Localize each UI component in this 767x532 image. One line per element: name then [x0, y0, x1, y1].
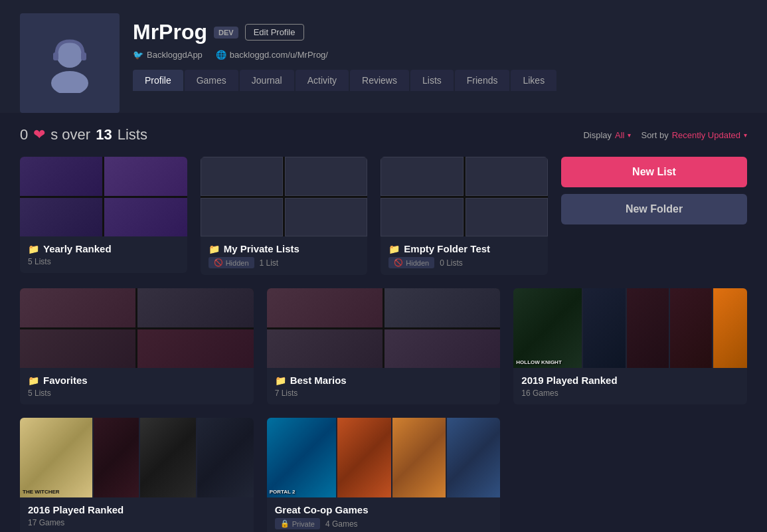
badge-row-empty: 🚫 Hidden 0 Lists	[388, 257, 540, 268]
edit-profile-button[interactable]: Edit Profile	[245, 24, 304, 41]
sort-chevron-icon[interactable]: ▾	[744, 132, 747, 139]
hidden-label-empty: Hidden	[406, 259, 429, 267]
globe-icon: 🌐	[216, 50, 226, 60]
tab-journal[interactable]: Journal	[240, 70, 294, 91]
card-yearly-ranked[interactable]: 📁 Yearly Ranked 5 Lists	[20, 157, 187, 273]
card-images-2016: THE WITCHER	[20, 418, 254, 497]
fav-thumb-4	[137, 329, 253, 369]
card-coop[interactable]: PORTAL 2 Great Co-op Games 🔒 Private	[267, 418, 501, 532]
tab-activity[interactable]: Activity	[296, 70, 349, 91]
likes-label: s over	[50, 126, 90, 143]
card-images-coop: PORTAL 2	[267, 418, 501, 497]
card-subtitle-yearly: 5 Lists	[28, 257, 179, 266]
card-images-2019: HOLLOW KNIGHT	[513, 288, 747, 368]
card-empty-folder[interactable]: 📁 Empty Folder Test 🚫 Hidden 0 Lists	[381, 157, 548, 275]
badge-row-private: 🚫 Hidden 1 List	[209, 257, 360, 268]
display-value[interactable]: All	[615, 130, 624, 140]
main-content: 0 ❤ s over 13 Lists Display All ▾ Sort b…	[0, 113, 767, 532]
new-list-button[interactable]: New List	[561, 157, 747, 187]
mario-thumb-2	[384, 288, 500, 327]
twitter-handle: BackloggdApp	[147, 50, 203, 60]
folder-icon: 📁	[28, 244, 39, 254]
website-link[interactable]: 🌐 backloggd.com/u/MrProg/	[216, 50, 328, 60]
card-subtitle-2016: 17 Games	[28, 518, 246, 527]
username: MrProg	[133, 20, 207, 44]
tab-lists[interactable]: Lists	[410, 70, 454, 91]
stats-right: Display All ▾ Sort by Recently Updated ▾	[583, 130, 747, 140]
username-row: MrProg DEV Edit Profile	[133, 20, 747, 44]
card-2016-played[interactable]: THE WITCHER 2016 Played Ranked 17 Games	[20, 418, 254, 532]
card-title-row-coop: Great Co-op Games	[275, 504, 493, 515]
card-title-row: 📁 Yearly Ranked	[28, 243, 179, 254]
stats-row: 0 ❤ s over 13 Lists Display All ▾ Sort b…	[20, 126, 747, 143]
game-thumb-4	[104, 198, 187, 237]
heart-icon: ❤	[33, 126, 45, 143]
card-subtitle-fav: 5 Lists	[28, 389, 246, 398]
card-title-mario: Best Marios	[290, 375, 347, 386]
fav-thumb-2	[137, 288, 253, 327]
hidden-badge-private: 🚫 Hidden	[209, 257, 254, 268]
folder-icon-mario: 📁	[275, 375, 286, 386]
card-title-row-2016: 2016 Played Ranked	[28, 504, 246, 515]
social-row: 🐦 BackloggdApp 🌐 backloggd.com/u/MrProg/	[133, 50, 747, 60]
img-2016-4	[197, 418, 253, 497]
card-info-marios: 📁 Best Marios 7 Lists	[267, 368, 501, 404]
new-folder-button[interactable]: New Folder	[561, 194, 747, 224]
empty-slot-ef-2	[466, 157, 548, 196]
private-label: Private	[292, 520, 315, 528]
card-title-2016: 2016 Played Ranked	[28, 504, 124, 515]
svg-rect-2	[53, 52, 58, 60]
tab-games[interactable]: Games	[185, 70, 238, 91]
avatar-icon	[40, 33, 100, 93]
card-info-private: 📁 My Private Lists 🚫 Hidden 1 List	[201, 236, 368, 275]
twitter-icon: 🐦	[133, 50, 143, 60]
folder-icon-empty: 📁	[388, 244, 400, 254]
card-title-row-private: 📁 My Private Lists	[209, 243, 360, 254]
card-2019-played[interactable]: HOLLOW KNIGHT 2019 Played Ranked 16 Game…	[513, 288, 747, 404]
card-subtitle-mario: 7 Lists	[275, 389, 493, 398]
lock-icon: 🔒	[280, 519, 290, 528]
mario-thumb-1	[267, 288, 383, 327]
card-images-yearly	[20, 157, 187, 236]
tab-friends[interactable]: Friends	[455, 70, 510, 91]
card-info-yearly: 📁 Yearly Ranked 5 Lists	[20, 236, 187, 273]
card-favorites[interactable]: 📁 Favorites 5 Lists	[20, 288, 254, 404]
card-info-2019: 2019 Played Ranked 16 Games	[513, 368, 747, 404]
website-url: backloggd.com/u/MrProg/	[230, 50, 328, 60]
row3: THE WITCHER 2016 Played Ranked 17 Games …	[20, 418, 747, 532]
empty-slot-2	[285, 157, 367, 196]
card-best-marios[interactable]: 📁 Best Marios 7 Lists	[267, 288, 501, 404]
display-chevron-icon[interactable]: ▾	[628, 132, 631, 139]
fav-thumb-1	[20, 288, 135, 327]
badge-row-coop: 🔒 Private 4 Games	[275, 518, 493, 529]
card-my-private-lists[interactable]: 📁 My Private Lists 🚫 Hidden 1 List	[201, 157, 368, 275]
img-coop-4	[447, 418, 500, 497]
card-info-coop: Great Co-op Games 🔒 Private 4 Games	[267, 497, 501, 532]
list-label: Lists	[118, 126, 147, 143]
card-title-2019: 2019 Played Ranked	[521, 375, 617, 386]
card-images-private	[201, 157, 368, 236]
card-info-empty-folder: 📁 Empty Folder Test 🚫 Hidden 0 Lists	[381, 236, 548, 275]
empty-slot-ef-3	[381, 198, 463, 237]
sort-label: Sort by	[641, 130, 668, 140]
stats-left: 0 ❤ s over 13 Lists	[20, 126, 147, 143]
img-2019-4	[670, 288, 712, 368]
sort-value[interactable]: Recently Updated	[672, 130, 740, 140]
row3-wrapper: THE WITCHER 2016 Played Ranked 17 Games …	[20, 418, 747, 532]
folder-icon-private: 📁	[209, 244, 220, 254]
row2-wrapper: 📁 Favorites 5 Lists 📁 Best M	[20, 288, 747, 404]
card-info-favorites: 📁 Favorites 5 Lists	[20, 368, 254, 404]
tab-likes[interactable]: Likes	[511, 70, 556, 91]
row2: 📁 Favorites 5 Lists 📁 Best M	[20, 288, 747, 404]
display-control: Display All ▾	[583, 130, 631, 140]
list-count-private: 1 List	[260, 258, 279, 268]
hidden-label: Hidden	[226, 259, 249, 267]
img-2016-1: THE WITCHER	[20, 418, 92, 497]
tab-profile[interactable]: Profile	[133, 70, 183, 91]
twitter-link[interactable]: 🐦 BackloggdApp	[133, 50, 203, 60]
folder-icon-fav: 📁	[28, 375, 39, 386]
eye-slash-icon: 🚫	[214, 258, 223, 267]
nav-tabs: Profile Games Journal Activity Reviews L…	[133, 70, 747, 91]
card-title-row-fav: 📁 Favorites	[28, 375, 246, 386]
tab-reviews[interactable]: Reviews	[350, 70, 409, 91]
